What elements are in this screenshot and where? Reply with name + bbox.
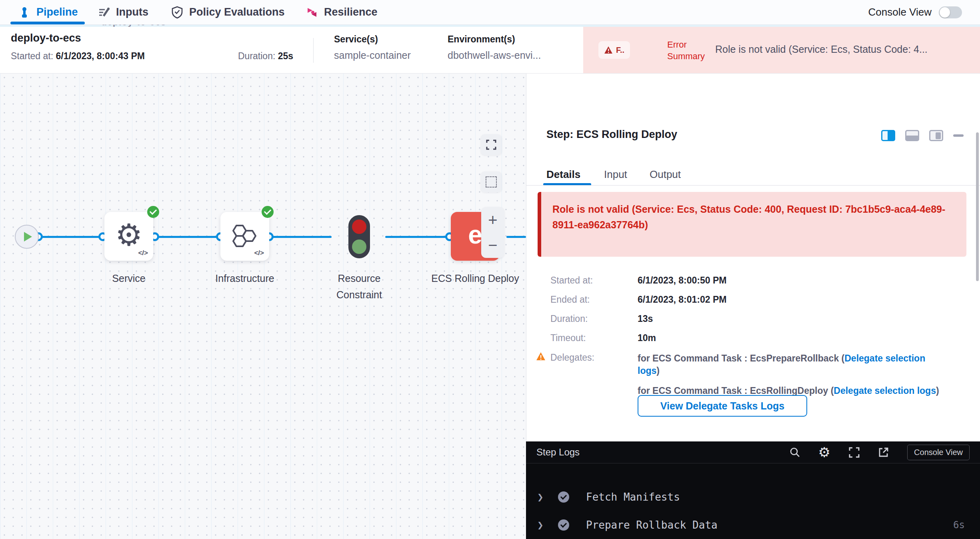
pipeline-execution-page: { "top_nav": { "tabs": [ {"label": "Pipe… bbox=[0, 0, 980, 539]
tab-details[interactable]: Details bbox=[546, 168, 580, 181]
console-view-label: Console View bbox=[868, 6, 932, 18]
play-icon bbox=[24, 232, 32, 242]
delegate-line-1: for ECS Command Task : EcsPrepareRollbac… bbox=[638, 352, 949, 377]
fullscreen-icon bbox=[486, 140, 496, 150]
canvas-fullscreen-button[interactable] bbox=[481, 134, 502, 155]
pipeline-canvas[interactable]: ⚙ </> Service </> Infrastructure Resourc… bbox=[0, 73, 526, 539]
start-node[interactable] bbox=[15, 225, 39, 249]
tab-output[interactable]: Output bbox=[650, 168, 681, 181]
failed-status-badge: F.. bbox=[598, 41, 630, 59]
services-value[interactable]: sample-container bbox=[334, 50, 411, 61]
canvas-select-button[interactable] bbox=[481, 172, 502, 192]
log-section-duration: 6s bbox=[953, 519, 965, 531]
duration-meta: Duration: 25s bbox=[238, 51, 293, 62]
run-header: deploy-to-ecs Started at: 6/1/2023, 8:00… bbox=[0, 27, 980, 74]
failed-warning-icon bbox=[604, 46, 613, 54]
delegate-selection-logs-link[interactable]: Delegate selection logs bbox=[834, 385, 936, 396]
log-section-name: Prepare Rollback Data bbox=[586, 519, 718, 531]
node-service[interactable]: ⚙ </> bbox=[104, 212, 153, 261]
edge-service-to-infrastructure bbox=[155, 236, 220, 238]
tab-inputs-label: Inputs bbox=[116, 6, 148, 18]
logs-fullscreen-icon[interactable] bbox=[849, 447, 860, 458]
zoom-in-button[interactable]: + bbox=[488, 212, 497, 228]
tab-inputs[interactable]: Inputs bbox=[98, 0, 148, 24]
tab-policy-evaluations[interactable]: Policy Evaluations bbox=[171, 0, 285, 24]
delegates-value: for ECS Command Task : EcsPrepareRollbac… bbox=[638, 352, 949, 397]
log-success-check-icon bbox=[558, 519, 569, 531]
started-at-value: 6/1/2023, 8:00:43 PM bbox=[56, 51, 145, 61]
tab-input[interactable]: Input bbox=[604, 168, 627, 181]
search-icon[interactable] bbox=[790, 447, 800, 457]
log-row-prepare-rollback-data[interactable]: ❯ Prepare Rollback Data 6s bbox=[526, 511, 980, 539]
duration-label: Duration bbox=[238, 51, 273, 61]
tab-pipeline[interactable]: Pipeline bbox=[18, 0, 78, 24]
row-duration-label: Duration: bbox=[550, 313, 588, 324]
pipeline-icon bbox=[18, 6, 30, 18]
node-resource-constraint-label: Resource Constraint bbox=[315, 270, 403, 303]
log-row-fetch-manifests[interactable]: ❯ Fetch Manifests bbox=[526, 483, 980, 511]
node-service-label: Service bbox=[85, 270, 173, 287]
tab-pipeline-label: Pipeline bbox=[36, 6, 78, 18]
tab-policy-evaluations-label: Policy Evaluations bbox=[189, 6, 285, 18]
layout-bottom-view-button[interactable] bbox=[905, 130, 919, 141]
active-tab-underline bbox=[10, 22, 85, 24]
marquee-select-icon bbox=[486, 176, 497, 188]
settings-gear-icon[interactable]: ⚙ bbox=[818, 445, 830, 459]
expand-chevron-icon[interactable]: ❯ bbox=[537, 519, 544, 531]
step-details-title: Step: ECS Rolling Deploy bbox=[546, 128, 677, 141]
layout-split-view-button[interactable] bbox=[881, 130, 895, 141]
duration-value: 25s bbox=[278, 51, 293, 61]
row-duration-value: 13s bbox=[638, 313, 653, 324]
error-summary-message: Role is not valid (Service: Ecs, Status … bbox=[715, 44, 977, 55]
node-infrastructure[interactable]: </> bbox=[220, 212, 269, 261]
started-at-label: Started at bbox=[11, 51, 51, 61]
row-ended-at-label: Ended at: bbox=[550, 294, 590, 305]
expand-chevron-icon[interactable]: ❯ bbox=[537, 491, 544, 503]
red-lamp-icon bbox=[352, 220, 366, 234]
minimize-panel-button[interactable] bbox=[953, 134, 964, 137]
delegates-warning-icon bbox=[536, 352, 546, 361]
delegate-line-1-suffix: ) bbox=[656, 365, 660, 376]
panel-scrollbar[interactable] bbox=[976, 132, 979, 281]
canvas-zoom-panel: + − bbox=[481, 207, 504, 258]
tab-resilience-label: Resilience bbox=[324, 6, 378, 18]
started-at-meta: Started at: 6/1/2023, 8:00:43 PM bbox=[11, 51, 145, 62]
error-summary-banner: F.. Error Summary Role is not valid (Ser… bbox=[583, 27, 980, 73]
services-label: Service(s) bbox=[334, 34, 411, 45]
hexagons-icon bbox=[231, 223, 259, 250]
step-error-message: Role is not valid (Service: Ecs, Status … bbox=[538, 192, 966, 257]
green-lamp-icon bbox=[352, 240, 366, 254]
error-summary-label: Error Summary bbox=[667, 39, 713, 62]
edge-constraint-to-ecs bbox=[385, 236, 450, 238]
row-timeout-label: Timeout: bbox=[550, 333, 586, 343]
environments-label: Environment(s) bbox=[448, 34, 541, 45]
layout-right-view-fill bbox=[936, 132, 941, 139]
environments-column: Environment(s) dbothwell-aws-envi... bbox=[448, 34, 541, 61]
top-nav: Pipeline Inputs Policy Evaluations Resil… bbox=[0, 0, 980, 25]
edge-start-to-service bbox=[38, 236, 103, 238]
gear-icon: ⚙ bbox=[115, 220, 142, 250]
header-divider bbox=[313, 38, 314, 63]
delegate-line-1-text: for ECS Command Task : EcsPrepareRollbac… bbox=[638, 353, 844, 363]
toggle-knob bbox=[940, 7, 950, 18]
row-started-at-label: Started at: bbox=[550, 275, 593, 286]
console-view-toggle[interactable] bbox=[939, 6, 962, 18]
environments-value[interactable]: dbothwell-aws-envi... bbox=[448, 50, 541, 61]
zoom-out-button[interactable]: − bbox=[488, 237, 497, 253]
row-timeout-value: 10m bbox=[638, 333, 656, 343]
step-details-panel: Step: ECS Rolling Deploy Details Input O… bbox=[526, 73, 980, 441]
failed-badge-text: F.. bbox=[616, 46, 624, 55]
row-delegates-label: Delegates: bbox=[550, 352, 594, 363]
layout-right-view-button[interactable] bbox=[929, 130, 943, 141]
policy-shield-icon bbox=[171, 6, 183, 19]
tab-resilience[interactable]: Resilience bbox=[306, 0, 378, 24]
resilience-icon bbox=[306, 6, 318, 18]
row-started-at-value: 6/1/2023, 8:00:50 PM bbox=[638, 275, 726, 286]
services-column: Service(s) sample-container bbox=[334, 34, 411, 61]
node-resource-constraint[interactable] bbox=[348, 215, 370, 258]
node-ecs-rolling-deploy-label: ECS Rolling Deploy bbox=[431, 270, 519, 287]
step-logs-title: Step Logs bbox=[536, 447, 580, 458]
logs-console-view-button[interactable]: Console View bbox=[907, 445, 970, 460]
open-in-new-window-icon[interactable] bbox=[878, 447, 889, 458]
view-delegate-tasks-logs-button[interactable]: View Delegate Tasks Logs bbox=[638, 395, 807, 417]
